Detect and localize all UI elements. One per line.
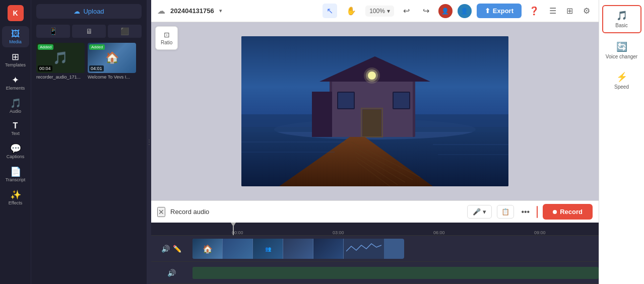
sidebar-item-label: Text [11,131,20,136]
media-name: Welcome To Vevs I... [88,75,136,80]
svg-rect-9 [338,93,354,108]
list-item[interactable]: 🏠 Added 04:01 Welcome To Vevs I... [88,43,136,80]
avatar-user1: 👤 [438,4,453,18]
view-square-button[interactable]: ⬛ [108,25,142,38]
ratio-label: Ratio [161,40,172,45]
more-options-button[interactable]: ••• [519,205,532,219]
media-icon: 🖼 [11,29,20,38]
project-dropdown-arrow[interactable]: ▾ [219,8,222,14]
right-panel-label: Basic [615,23,627,28]
export-icon: ⬆ [485,7,490,15]
media-thumbnail: 🎵 Added 00:04 [36,43,85,73]
record-indicator [537,206,538,218]
svg-rect-11 [394,93,409,108]
right-panel: 🎵 Basic 🔄 Voice changer ⚡ Speed [599,0,644,284]
sidebar-item-label: Audio [10,109,21,114]
record-dot-icon [553,210,557,214]
video-clip[interactable]: 🏠 👥 [192,239,404,259]
mic-dropdown-icon: ▾ [483,208,486,216]
elements-icon: ✦ [12,76,19,85]
track-volume-icon[interactable]: 🔊 [161,245,170,253]
right-panel-label: Speed [614,84,629,90]
audio-icon: 🎵 [10,99,21,108]
app-logo: K [8,5,24,21]
sidebar-item-templates[interactable]: ⊞ Templates [2,49,29,70]
undo-button[interactable]: ↩ [399,4,414,18]
pointer-tool-button[interactable]: ↖ [323,4,337,18]
added-badge: Added [38,44,53,50]
ratio-icon: ⊡ [164,31,170,39]
transcript-icon: 📄 [10,167,21,176]
time-mark: 03:00 [333,230,344,235]
basic-icon: 🎵 [616,10,627,21]
added-badge: Added [89,44,105,50]
right-panel-voice-changer[interactable]: 🔄 Voice changer [602,37,641,63]
help-button[interactable]: ❓ [527,4,542,18]
clip-thumbnail [223,239,253,259]
speed-icon: ⚡ [616,72,627,83]
captions-toggle-button[interactable]: 📋 [497,205,514,219]
captions-icon: 📋 [501,208,509,216]
mic-button[interactable]: 🎤 ▾ [467,205,492,219]
clip-thumbnail [344,239,384,259]
sidebar-item-media[interactable]: 🖼 Media [2,26,29,47]
redo-button[interactable]: ↪ [419,4,433,18]
settings-button[interactable]: ⚙ [581,4,593,18]
audio-note-icon: 🎵 [53,51,68,65]
resize-handle[interactable] [147,0,151,284]
table-row: 🔊 [151,262,599,284]
table-row: 🔊 ✏️ 🏠 👥 [151,236,599,262]
sidebar-item-effects[interactable]: ✨ Effects [2,187,29,208]
main-area: ☁ 202404131756 ▾ ↖ ✋ 100% ▾ ↩ ↪ 👤 👤 ⬆ Ex… [151,0,599,284]
layout-button[interactable]: ☰ [547,4,559,18]
track-volume-icon[interactable]: 🔊 [167,269,176,277]
export-button[interactable]: ⬆ Export [477,4,522,18]
project-name: 202404131756 [170,7,214,15]
ratio-button[interactable]: ⊡ Ratio [155,26,178,50]
sidebar-item-elements[interactable]: ✦ Elements [2,73,29,94]
cloud-icon: ☁ [157,6,165,16]
clip-thumbnail [283,239,313,259]
sidebar-item-audio[interactable]: 🎵 Audio [2,96,29,117]
sidebar-item-text[interactable]: T Text [2,119,29,139]
right-panel-speed[interactable]: ⚡ Speed [602,67,641,94]
clip-thumbnail: 👥 [253,239,283,259]
sidebar-item-transcript[interactable]: 📄 Transcript [2,164,29,185]
audio-track-content [191,262,599,283]
audio-clip[interactable] [192,267,599,279]
playhead-head [231,223,236,227]
canvas-area: ⊡ Ratio [151,22,599,200]
timeline-area: 00:00 03:00 06:00 09:00 🔊 ✏️ 🏠 [151,223,599,284]
voice-changer-icon: 🔄 [616,41,627,52]
text-icon: T [13,122,18,130]
track-edit-icon[interactable]: ✏️ [173,245,181,253]
media-panel-header: ☁ Upload [31,0,147,23]
hand-tool-button[interactable]: ✋ [342,4,360,18]
sidebar-item-label: Captions [7,154,25,159]
sidebar-item-label: Effects [9,200,22,205]
effects-icon: ✨ [10,190,21,199]
svg-point-16 [364,67,380,84]
record-button[interactable]: Record [543,204,593,220]
media-duration: 00:04 [38,65,52,72]
sidebar-item-label: Transcript [6,177,26,182]
right-panel-basic[interactable]: 🎵 Basic [602,5,641,33]
record-title: Record audio [170,208,209,216]
list-item[interactable]: 🎵 Added 00:04 recorder_audio_171... [36,43,85,80]
zoom-dropdown-icon: ▾ [387,8,390,15]
sidebar-item-captions[interactable]: 💬 Captions [2,141,29,162]
sidebar-item-label: Media [9,39,22,44]
upload-button[interactable]: ☁ Upload [36,4,142,19]
canvas-image [241,36,508,186]
panels-button[interactable]: ⊞ [564,4,575,18]
clip-thumbnail [313,239,344,259]
view-phone-button[interactable]: 📱 [36,25,70,38]
zoom-control[interactable]: 100% ▾ [365,6,394,17]
clip-thumbnail: 🏠 [192,239,223,259]
record-close-button[interactable]: ✕ [157,207,165,217]
timeline-ruler-marks: 00:00 03:00 06:00 09:00 [232,223,599,235]
view-landscape-button[interactable]: 🖥 [72,25,106,38]
timeline-ruler: 00:00 03:00 06:00 09:00 [151,223,599,236]
playhead[interactable] [233,223,234,235]
left-sidebar: K 🖼 Media ⊞ Templates ✦ Elements 🎵 Audio… [0,0,31,284]
